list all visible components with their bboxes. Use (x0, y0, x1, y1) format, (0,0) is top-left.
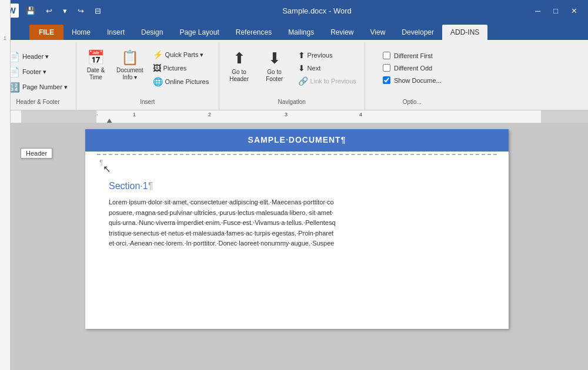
undo-dropdown[interactable]: ▾ (59, 4, 71, 18)
ribbon: 📄 Header ▾ 📄 Footer ▾ 🔢 Page Number ▾ He… (0, 40, 588, 110)
ribbon-tabs: FILE Home Insert Design Page Layout Refe… (0, 21, 588, 40)
header-button[interactable]: 📄 Header ▾ (5, 49, 71, 64)
tab-design[interactable]: Design (133, 25, 171, 40)
hf-group-label: Header & Footer (0, 97, 76, 107)
tab-mailings[interactable]: Mailings (280, 25, 322, 40)
maximize-button[interactable]: □ (547, 4, 564, 18)
options-group-label: Optio... (365, 97, 459, 107)
date-time-button[interactable]: 📅 Date &Time (81, 47, 111, 83)
ribbon-group-header-footer: 📄 Header ▾ 📄 Footer ▾ 🔢 Page Number ▾ He… (0, 42, 76, 110)
ruler-content: · 1 2 3 4 (21, 110, 588, 123)
title-bar-left: W 💾 ↩ ▾ ↪ ⊟ (5, 4, 105, 18)
ruler-mark-3: 3 (285, 112, 288, 117)
ruler-mark-2: 2 (208, 112, 211, 117)
ruler-mark-4: 4 (359, 112, 362, 117)
go-to-footer-button[interactable]: ⬇ Go toFooter (259, 47, 290, 85)
date-time-icon: 📅 (87, 49, 105, 66)
undo-button[interactable]: ↩ (42, 4, 56, 18)
document-info-icon: 📋 (121, 49, 139, 66)
ribbon-group-navigation: ⬆ Go toHeader ⬇ Go toFooter ⬆ Previous ⬇ (219, 42, 365, 110)
tab-review[interactable]: Review (322, 25, 362, 40)
ruler: · 1 2 3 4 (0, 110, 588, 123)
tab-references[interactable]: References (228, 25, 280, 40)
body-text: Lorem·ipsum·dolor·sit·amet,·consectetuer… (109, 197, 485, 249)
ruler-mark-1: 1 (133, 112, 136, 117)
section-heading: Section·1¶ (109, 181, 485, 191)
pictures-button[interactable]: 🖼 Pictures (149, 62, 214, 75)
document-content[interactable]: Section·1¶ Lorem·ipsum·dolor·sit·amet,·c… (85, 169, 509, 261)
online-pictures-button[interactable]: 🌐 Online Pictures (149, 75, 214, 88)
next-icon: ⬇ (298, 63, 305, 73)
tab-view[interactable]: View (362, 25, 394, 40)
header-separator: Header (97, 154, 497, 155)
tab-developer[interactable]: Developer (393, 25, 442, 40)
save-button[interactable]: 💾 (22, 4, 39, 18)
show-document-text-checkbox[interactable] (383, 76, 390, 84)
footer-button[interactable]: 📄 Footer ▾ (5, 65, 71, 79)
title-bar: W 💾 ↩ ▾ ↪ ⊟ Sample.docx - Word ─ □ ✕ (0, 0, 588, 21)
close-button[interactable]: ✕ (565, 4, 583, 18)
ribbon-group-options: Different First Different Odd Show Docum… (365, 42, 459, 110)
different-first-checkbox[interactable] (383, 52, 390, 59)
title-bar-title: Sample.docx - Word (282, 6, 352, 15)
go-to-footer-icon: ⬇ (268, 49, 281, 68)
navigation-group-label: Navigation (219, 97, 365, 107)
next-button[interactable]: ⬇ Next (295, 62, 360, 74)
link-icon: 🔗 (298, 76, 308, 86)
header-label: Header (21, 148, 52, 159)
link-to-previous-button[interactable]: 🔗 Link to Previous (295, 75, 360, 87)
ribbon-group-insert: 📅 Date &Time 📋 DocumentInfo ▾ ⚡ Quick Pa… (76, 42, 219, 110)
pictures-icon: 🖼 (153, 63, 161, 73)
previous-button[interactable]: ⬆ Previous (295, 49, 360, 61)
page-number-button[interactable]: 🔢 Page Number ▾ (5, 80, 71, 95)
previous-icon: ⬆ (298, 51, 305, 60)
insert-group-label: Insert (76, 97, 219, 107)
indent-marker (106, 119, 112, 123)
tab-page-layout[interactable]: Page Layout (171, 25, 227, 40)
quick-parts-button[interactable]: ⚡ Quick Parts ▾ (149, 48, 214, 61)
tab-insert[interactable]: Insert (99, 25, 133, 40)
minimize-button[interactable]: ─ (529, 4, 546, 18)
document-page: SAMPLE·DOCUMENT¶ Header ¶ ↖ (85, 129, 509, 329)
cursor-mark: ¶ (99, 159, 103, 167)
quick-parts-icon: ⚡ (153, 50, 163, 59)
online-pictures-icon: 🌐 (153, 77, 163, 86)
document-title: SAMPLE·DOCUMENT¶ (85, 129, 509, 152)
window-controls: ─ □ ✕ (529, 4, 583, 18)
go-to-header-button[interactable]: ⬆ Go toHeader (224, 47, 255, 85)
pilcrow-mark: ¶ (148, 181, 153, 191)
header-area: SAMPLE·DOCUMENT¶ Header ¶ (85, 129, 509, 169)
customize-qat[interactable]: ⊟ (91, 4, 105, 18)
left-ruler: 1 (0, 123, 11, 370)
document-info-button[interactable]: 📋 DocumentInfo ▾ (113, 47, 147, 83)
different-first-option[interactable]: Different First (380, 51, 435, 60)
document-area: 1 SAMPLE·DOCUMENT¶ Header ¶ (0, 123, 588, 370)
show-document-text-option[interactable]: Show Docume... (380, 75, 444, 85)
tab-add-ins[interactable]: ADD-INS (442, 25, 487, 40)
tab-home[interactable]: Home (64, 25, 99, 40)
different-odd-checkbox[interactable] (383, 64, 390, 72)
tab-file[interactable]: FILE (29, 25, 64, 40)
header-cursor-area[interactable]: ¶ (97, 155, 497, 169)
different-odd-option[interactable]: Different Odd (380, 63, 435, 73)
go-to-header-icon: ⬆ (233, 49, 246, 68)
redo-button[interactable]: ↪ (74, 4, 88, 18)
nav-secondary-buttons: ⬆ Previous ⬇ Next 🔗 Link to Previous (295, 49, 360, 87)
ruler-mark-0: · (96, 112, 98, 117)
